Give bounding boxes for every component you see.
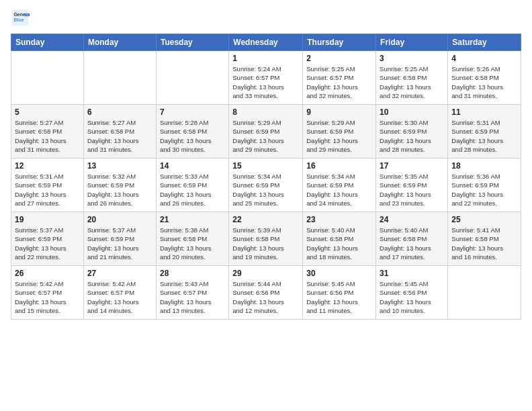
calendar-week-row: 19Sunrise: 5:37 AM Sunset: 6:59 PM Dayli… xyxy=(11,212,521,266)
day-info: Sunrise: 5:39 AM Sunset: 6:58 PM Dayligh… xyxy=(232,226,299,261)
weekday-header: Sunday xyxy=(11,34,84,51)
calendar-cell xyxy=(11,51,84,105)
calendar-week-row: 5Sunrise: 5:27 AM Sunset: 6:58 PM Daylig… xyxy=(11,105,521,158)
day-number: 1 xyxy=(232,54,299,63)
calendar-cell: 29Sunrise: 5:44 AM Sunset: 6:56 PM Dayli… xyxy=(229,266,303,320)
day-number: 4 xyxy=(451,54,517,63)
day-info: Sunrise: 5:45 AM Sunset: 6:56 PM Dayligh… xyxy=(380,279,444,315)
day-info: Sunrise: 5:28 AM Sunset: 6:58 PM Dayligh… xyxy=(160,118,225,154)
calendar-cell: 16Sunrise: 5:34 AM Sunset: 6:59 PM Dayli… xyxy=(303,158,376,212)
calendar-cell xyxy=(448,266,521,320)
day-number: 25 xyxy=(451,215,517,224)
day-info: Sunrise: 5:26 AM Sunset: 6:58 PM Dayligh… xyxy=(451,64,517,100)
day-number: 18 xyxy=(451,161,517,171)
weekday-header: Thursday xyxy=(303,34,376,51)
day-number: 7 xyxy=(160,107,225,117)
day-number: 27 xyxy=(87,269,152,278)
day-info: Sunrise: 5:37 AM Sunset: 6:59 PM Dayligh… xyxy=(15,226,80,261)
day-info: Sunrise: 5:29 AM Sunset: 6:59 PM Dayligh… xyxy=(232,118,299,154)
calendar-cell: 23Sunrise: 5:40 AM Sunset: 6:58 PM Dayli… xyxy=(303,212,376,266)
day-number: 17 xyxy=(380,161,444,171)
calendar-cell: 4Sunrise: 5:26 AM Sunset: 6:58 PM Daylig… xyxy=(448,51,521,105)
calendar-week-row: 12Sunrise: 5:31 AM Sunset: 6:59 PM Dayli… xyxy=(11,158,521,212)
day-number: 8 xyxy=(232,107,299,117)
day-number: 19 xyxy=(15,215,80,224)
weekday-header: Monday xyxy=(83,34,156,51)
calendar-cell: 11Sunrise: 5:31 AM Sunset: 6:59 PM Dayli… xyxy=(448,105,521,158)
calendar-week-row: 26Sunrise: 5:42 AM Sunset: 6:57 PM Dayli… xyxy=(11,266,521,320)
day-number: 30 xyxy=(306,269,372,278)
weekday-header: Tuesday xyxy=(156,34,228,51)
calendar-cell: 10Sunrise: 5:30 AM Sunset: 6:59 PM Dayli… xyxy=(376,105,448,158)
calendar-cell: 24Sunrise: 5:40 AM Sunset: 6:58 PM Dayli… xyxy=(376,212,448,266)
day-number: 23 xyxy=(306,215,372,224)
day-number: 10 xyxy=(380,107,444,117)
day-info: Sunrise: 5:35 AM Sunset: 6:59 PM Dayligh… xyxy=(380,172,444,208)
calendar-cell: 22Sunrise: 5:39 AM Sunset: 6:58 PM Dayli… xyxy=(229,212,303,266)
calendar-week-row: 1Sunrise: 5:24 AM Sunset: 6:57 PM Daylig… xyxy=(11,51,521,105)
day-info: Sunrise: 5:34 AM Sunset: 6:59 PM Dayligh… xyxy=(306,172,372,208)
calendar-cell: 2Sunrise: 5:25 AM Sunset: 6:57 PM Daylig… xyxy=(303,51,376,105)
logo-icon: General Blue xyxy=(11,8,30,27)
calendar-cell: 12Sunrise: 5:31 AM Sunset: 6:59 PM Dayli… xyxy=(11,158,84,212)
day-number: 5 xyxy=(15,107,80,117)
calendar-cell: 19Sunrise: 5:37 AM Sunset: 6:59 PM Dayli… xyxy=(11,212,84,266)
weekday-header-row: SundayMondayTuesdayWednesdayThursdayFrid… xyxy=(11,34,521,51)
calendar-cell: 3Sunrise: 5:25 AM Sunset: 6:58 PM Daylig… xyxy=(376,51,448,105)
day-info: Sunrise: 5:29 AM Sunset: 6:59 PM Dayligh… xyxy=(306,118,372,154)
day-info: Sunrise: 5:36 AM Sunset: 6:59 PM Dayligh… xyxy=(451,172,517,208)
calendar-cell: 8Sunrise: 5:29 AM Sunset: 6:59 PM Daylig… xyxy=(229,105,303,158)
day-info: Sunrise: 5:33 AM Sunset: 6:59 PM Dayligh… xyxy=(160,172,225,208)
calendar-cell: 21Sunrise: 5:38 AM Sunset: 6:58 PM Dayli… xyxy=(156,212,228,266)
calendar-cell: 18Sunrise: 5:36 AM Sunset: 6:59 PM Dayli… xyxy=(448,158,521,212)
day-info: Sunrise: 5:42 AM Sunset: 6:57 PM Dayligh… xyxy=(15,279,80,315)
calendar-cell: 15Sunrise: 5:34 AM Sunset: 6:59 PM Dayli… xyxy=(229,158,303,212)
calendar-cell: 26Sunrise: 5:42 AM Sunset: 6:57 PM Dayli… xyxy=(11,266,84,320)
day-number: 31 xyxy=(380,269,444,278)
weekday-header: Saturday xyxy=(448,34,521,51)
header: General Blue xyxy=(11,8,521,27)
day-number: 20 xyxy=(87,215,152,224)
calendar-cell xyxy=(83,51,156,105)
calendar-cell: 7Sunrise: 5:28 AM Sunset: 6:58 PM Daylig… xyxy=(156,105,228,158)
calendar-cell: 27Sunrise: 5:42 AM Sunset: 6:57 PM Dayli… xyxy=(83,266,156,320)
day-number: 28 xyxy=(160,269,225,278)
calendar-cell: 28Sunrise: 5:43 AM Sunset: 6:57 PM Dayli… xyxy=(156,266,228,320)
day-number: 9 xyxy=(306,107,372,117)
day-number: 12 xyxy=(15,161,80,171)
weekday-header: Friday xyxy=(376,34,448,51)
day-info: Sunrise: 5:32 AM Sunset: 6:59 PM Dayligh… xyxy=(87,172,152,208)
day-info: Sunrise: 5:38 AM Sunset: 6:58 PM Dayligh… xyxy=(160,226,225,261)
calendar-cell xyxy=(156,51,228,105)
day-number: 14 xyxy=(160,161,225,171)
day-info: Sunrise: 5:37 AM Sunset: 6:59 PM Dayligh… xyxy=(87,226,152,261)
calendar-cell: 20Sunrise: 5:37 AM Sunset: 6:59 PM Dayli… xyxy=(83,212,156,266)
calendar-cell: 25Sunrise: 5:41 AM Sunset: 6:58 PM Dayli… xyxy=(448,212,521,266)
svg-text:Blue: Blue xyxy=(13,17,24,22)
calendar-cell: 30Sunrise: 5:45 AM Sunset: 6:56 PM Dayli… xyxy=(303,266,376,320)
day-info: Sunrise: 5:31 AM Sunset: 6:59 PM Dayligh… xyxy=(15,172,80,208)
day-info: Sunrise: 5:30 AM Sunset: 6:59 PM Dayligh… xyxy=(380,118,444,154)
calendar-cell: 6Sunrise: 5:27 AM Sunset: 6:58 PM Daylig… xyxy=(83,105,156,158)
weekday-header: Wednesday xyxy=(229,34,303,51)
day-info: Sunrise: 5:41 AM Sunset: 6:58 PM Dayligh… xyxy=(451,226,517,261)
calendar-cell: 14Sunrise: 5:33 AM Sunset: 6:59 PM Dayli… xyxy=(156,158,228,212)
calendar-cell: 5Sunrise: 5:27 AM Sunset: 6:58 PM Daylig… xyxy=(11,105,84,158)
day-number: 21 xyxy=(160,215,225,224)
calendar-cell: 31Sunrise: 5:45 AM Sunset: 6:56 PM Dayli… xyxy=(376,266,448,320)
day-info: Sunrise: 5:27 AM Sunset: 6:58 PM Dayligh… xyxy=(15,118,80,154)
day-number: 3 xyxy=(380,54,444,63)
day-number: 2 xyxy=(306,54,372,63)
day-info: Sunrise: 5:31 AM Sunset: 6:59 PM Dayligh… xyxy=(451,118,517,154)
day-number: 11 xyxy=(451,107,517,117)
day-number: 6 xyxy=(87,107,152,117)
calendar-cell: 13Sunrise: 5:32 AM Sunset: 6:59 PM Dayli… xyxy=(83,158,156,212)
day-number: 13 xyxy=(87,161,152,171)
day-info: Sunrise: 5:40 AM Sunset: 6:58 PM Dayligh… xyxy=(306,226,372,261)
day-number: 22 xyxy=(232,215,299,224)
calendar-cell: 9Sunrise: 5:29 AM Sunset: 6:59 PM Daylig… xyxy=(303,105,376,158)
day-info: Sunrise: 5:24 AM Sunset: 6:57 PM Dayligh… xyxy=(232,64,299,100)
calendar-table: SundayMondayTuesdayWednesdayThursdayFrid… xyxy=(11,34,521,320)
day-info: Sunrise: 5:40 AM Sunset: 6:58 PM Dayligh… xyxy=(380,226,444,261)
day-number: 16 xyxy=(306,161,372,171)
